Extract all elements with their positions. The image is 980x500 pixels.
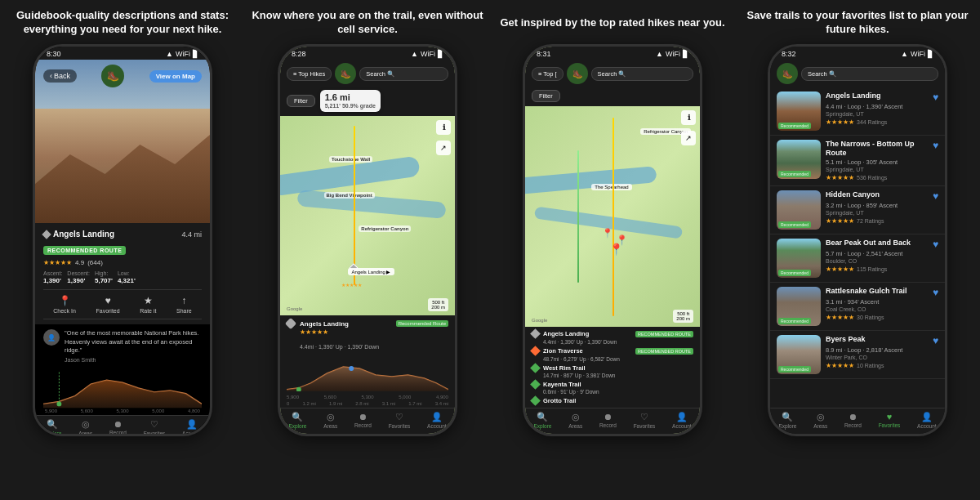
panel-2: Know where you are on the trail, even wi… — [245, 0, 490, 500]
phone-screen-1: 8:30 ▲ WiFi ▊ ‹ Back 🥾 View on Map — [35, 47, 210, 434]
nav-favorites-2[interactable]: ♡ Favorites — [389, 412, 411, 429]
trail-item-5[interactable]: Grotto Trail — [532, 397, 693, 404]
trail-name-3: West Rim Trail — [543, 364, 693, 372]
nav-areas[interactable]: ◎ Areas — [78, 419, 92, 435]
trail-card-6[interactable]: Recommended Byers Peak ♥ 8.9 mi · Loop ·… — [770, 331, 945, 379]
trail-item-1[interactable]: Angels Landing RECOMMENDED ROUTE — [532, 330, 693, 337]
heart-icon-6[interactable]: ♥ — [933, 335, 938, 346]
map-area-2[interactable]: Touchstone Wall Big Bend Viewpoint Refri… — [280, 116, 455, 315]
areas-label: Areas — [78, 431, 92, 435]
trail-card-3[interactable]: Recommended Hidden Canyon ♥ 3.2 mi · Loo… — [770, 186, 945, 234]
map-info-button[interactable]: ℹ — [436, 120, 451, 135]
nav-account[interactable]: 👤 Account — [182, 419, 202, 435]
nav-account-4[interactable]: 👤 Account — [917, 412, 937, 429]
nav-favorites[interactable]: ♡ Favorites — [144, 419, 166, 435]
share-action[interactable]: ↑ Share — [176, 295, 192, 314]
heart-icon-2[interactable]: ♥ — [933, 140, 938, 151]
filter-button-3[interactable]: Filter — [532, 90, 560, 102]
nav-areas-3[interactable]: ◎ Areas — [568, 412, 582, 429]
nav-favorites-3[interactable]: ♡ Favorites — [634, 412, 656, 429]
nav-explore-4[interactable]: 🔍 Explore — [778, 412, 796, 429]
favorite-action[interactable]: ♥ Favorited — [96, 295, 119, 314]
heart-icon-3[interactable]: ♥ — [933, 190, 938, 202]
stat-descent-value: 1,390' — [67, 277, 90, 284]
search-button-2[interactable]: Search 🔍 — [359, 67, 448, 81]
nav-explore[interactable]: 🔍 Explore — [43, 419, 61, 435]
filter-button-2[interactable]: Filter — [287, 95, 315, 107]
nav-areas-4[interactable]: ◎ Areas — [813, 412, 827, 429]
trail-card-2[interactable]: Recommended The Narrows - Bottom Up Rout… — [770, 136, 945, 186]
status-icons-4: ▲ WiFi ▊ — [901, 50, 933, 58]
view-map-button[interactable]: View on Map — [149, 70, 202, 83]
trail-location-5: Coal Creek, CO — [826, 306, 938, 312]
nav-record-4[interactable]: ⏺ Record — [844, 412, 862, 429]
battery-icon-2: ▊ — [438, 50, 443, 58]
chart-svg — [43, 368, 202, 408]
top-hikes-button[interactable]: ≡ Top Hikes — [287, 67, 332, 81]
trail-card-1[interactable]: Recommended Angels Landing ♥ 4.4 mi · Lo… — [770, 87, 945, 136]
nav-account-3[interactable]: 👤 Account — [672, 412, 692, 429]
nav-favorites-4[interactable]: ♥ Favorites — [879, 412, 901, 429]
back-button[interactable]: ‹ Back — [43, 69, 77, 83]
trail-item-angels[interactable]: Angels Landing Recommended Route — [287, 319, 448, 328]
trail-list-2: Angels Landing Recommended Route ★★★★★ 4… — [280, 315, 455, 356]
google-watermark: Google — [287, 306, 302, 311]
nav-record-3[interactable]: ⏺ Record — [599, 412, 617, 429]
nav-record[interactable]: ⏺ Record — [109, 419, 127, 435]
top-hikes-button-3[interactable]: ≡ Top [ — [532, 67, 564, 81]
map-compass-button-3[interactable]: ↗ — [681, 131, 696, 145]
rating-stars-4: ★★★★★ — [826, 266, 854, 273]
trail-title-4: Bear Peak Out and Back — [826, 239, 911, 248]
rate-action[interactable]: ★ Rate it — [140, 295, 156, 314]
trail-item-4[interactable]: Kayenta Trail — [532, 381, 693, 388]
hero-cliff — [35, 125, 210, 223]
trail-name-1: Angels Landing — [543, 330, 631, 337]
heart-icon-5[interactable]: ♥ — [933, 287, 938, 298]
phone-screen-4: 8:32 ▲ WiFi ▊ 🥾 Search 🔍 Recomm — [770, 47, 945, 434]
panel-1-caption: Guidebook-quality descriptions and stats… — [7, 8, 238, 38]
review-content: "One of the most memorable National Park… — [65, 329, 202, 363]
trail-details-1: Angels Landing ♥ 4.4 mi · Loop · 1,390' … — [826, 92, 938, 131]
review-text: "One of the most memorable National Park… — [65, 329, 202, 355]
trail-stats-1: 4.4mi · 1,390' Up · 1,390' Down — [543, 339, 693, 345]
trail-name-text: Angels Landing — [53, 230, 114, 239]
map-compass-button[interactable]: ↗ — [436, 141, 451, 155]
svg-point-5 — [349, 366, 354, 371]
trail-thumb-4: Recommended — [777, 239, 821, 278]
map-pin-2: 📍 — [616, 234, 628, 246]
trail-rating-1: ★★★★★ 344 Ratings — [826, 118, 938, 126]
ratings-count-4: 115 Ratings — [857, 266, 887, 272]
heart-icon-4[interactable]: ♥ — [933, 239, 938, 250]
nav-areas-2[interactable]: ◎ Areas — [323, 412, 337, 429]
nav-explore-3[interactable]: 🔍 Explore — [533, 412, 551, 429]
heart-icon-1[interactable]: ♥ — [933, 92, 938, 103]
nav-account-2[interactable]: 👤 Account — [427, 412, 447, 429]
search-button-3[interactable]: Search 🔍 — [591, 67, 693, 81]
nav-record-2[interactable]: ⏺ Record — [354, 412, 372, 429]
trail-card-4[interactable]: Recommended Bear Peak Out and Back ♥ 5.7… — [770, 234, 945, 283]
trail-item-2[interactable]: Zion Traverse RECOMMENDED ROUTE — [532, 347, 693, 355]
stat-low: Low: 4,321' — [118, 270, 136, 284]
nav-explore-2[interactable]: 🔍 Explore — [288, 412, 306, 429]
trail-stats-3: 14.7mi · 867' Up · 3,981' Down — [543, 373, 693, 378]
map-info-button-3[interactable]: ℹ — [681, 110, 696, 125]
favorites-label-3: Favorites — [634, 423, 656, 429]
areas-icon: ◎ — [82, 419, 90, 430]
search-button-4[interactable]: Search 🔍 — [801, 67, 938, 81]
record-label-3: Record — [599, 422, 617, 428]
back-label: Back — [54, 72, 70, 80]
star-icons: ★★★★★ — [43, 259, 72, 266]
checkin-icon: 📍 — [59, 295, 71, 306]
trail-rating-6: ★★★★★ 10 Ratings — [826, 362, 938, 369]
trail-details-6: Byers Peak ♥ 8.9 mi · Loop · 2,818' Asce… — [826, 335, 938, 374]
rec-label-6: Recommended — [778, 366, 811, 373]
rec-badge-1: RECOMMENDED ROUTE — [635, 331, 693, 337]
trail-stats: 4.4mi · 1,390' Up · 1,390' Down — [300, 344, 379, 350]
areas-label-4: Areas — [813, 423, 827, 429]
review-section: 👤 "One of the most memorable National Pa… — [35, 324, 210, 368]
map-area-3[interactable]: Refrigerator Canyon The Spearhead ℹ ↗ 📍 … — [525, 106, 700, 327]
trail-card-5[interactable]: Recommended Rattlesnake Gulch Trail ♥ 3.… — [770, 283, 945, 331]
account-icon-2: 👤 — [431, 412, 443, 422]
checkin-action[interactable]: 📍 Check In — [53, 295, 76, 314]
trail-item-3[interactable]: West Rim Trail — [532, 364, 693, 372]
